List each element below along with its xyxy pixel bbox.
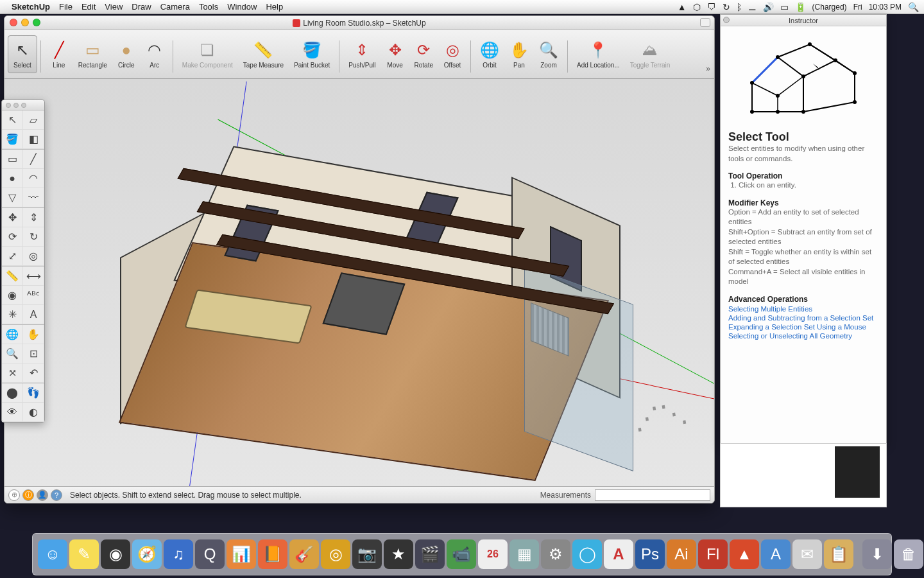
clock-time[interactable]: 10:03 PM — [869, 3, 902, 12]
dock-sketchup[interactable]: ▲ — [730, 539, 759, 569]
menu-window[interactable]: Window — [227, 2, 257, 12]
room-model[interactable]: ⋰⋱ — [81, 130, 608, 486]
dock-flash[interactable]: Fl — [698, 539, 728, 569]
dock-sysprefs[interactable]: ⚙ — [541, 539, 570, 569]
advanced-link[interactable]: Adding and Subtracting from a Selection … — [728, 314, 878, 322]
axes-icon[interactable]: ✳ — [2, 305, 23, 324]
dock-finder[interactable]: ☺ — [38, 539, 67, 569]
dimension-icon[interactable]: ⟷ — [23, 267, 44, 286]
circle-tool-button[interactable]: ●Circle — [112, 36, 141, 73]
circle-icon[interactable]: ● — [2, 169, 23, 188]
toolbar-overflow[interactable]: » — [706, 64, 710, 73]
dock-ical[interactable]: 26 — [478, 539, 508, 569]
eraser-icon[interactable]: ◧ — [23, 130, 44, 149]
menu-draw[interactable]: Draw — [132, 2, 151, 12]
orbit-icon[interactable]: 🌐 — [2, 325, 23, 344]
measurements-field[interactable] — [595, 489, 710, 501]
signin-icon[interactable]: 👤 — [37, 489, 48, 501]
push-pull-tool-button[interactable]: ⇕Push/Pull — [343, 36, 381, 73]
polygon-icon[interactable]: ▽ — [2, 188, 23, 207]
instructor-titlebar[interactable]: Instructor — [721, 15, 886, 26]
tape-measure-tool-button[interactable]: 📏Tape Measure — [238, 36, 289, 73]
followme-icon[interactable]: ↻ — [23, 227, 44, 247]
offset-icon[interactable]: ◎ — [23, 247, 44, 266]
palette-titlebar[interactable] — [2, 100, 44, 110]
menu-file[interactable]: File — [59, 2, 73, 12]
dock-itunes[interactable]: ♫ — [164, 539, 193, 569]
section-icon[interactable]: ◐ — [23, 403, 44, 422]
arc-tool-button[interactable]: ◠Arc — [141, 36, 169, 73]
component-icon[interactable]: ▱ — [23, 110, 44, 130]
menu-edit[interactable]: Edit — [81, 2, 96, 12]
dock-appstore[interactable]: A — [761, 539, 791, 569]
advanced-link[interactable]: Expanding a Selection Set Using a Mouse — [728, 323, 878, 331]
dock-acrobat[interactable]: A — [604, 539, 633, 569]
dock-quicktime[interactable]: Q — [195, 539, 225, 569]
dock-app3[interactable]: ▦ — [509, 539, 539, 569]
zoom-tool-button[interactable]: 🔍Zoom — [534, 36, 563, 73]
scale-icon[interactable]: ⤢ — [2, 247, 23, 266]
dock-app1[interactable]: ◎ — [321, 539, 350, 569]
dropbox-icon[interactable]: ⬡ — [693, 2, 701, 12]
zoomext-icon[interactable]: ⤧ — [2, 363, 23, 383]
wifi-icon[interactable]: ⚊ — [748, 2, 757, 12]
dock-stickies[interactable]: ✎ — [69, 539, 99, 569]
orbit-tool-button[interactable]: 🌐Orbit — [475, 36, 504, 73]
geo-icon[interactable]: ⊕ — [8, 489, 20, 501]
line-icon[interactable]: ╱ — [23, 150, 44, 169]
dock-dashboard[interactable]: ◉ — [101, 539, 130, 569]
advanced-link[interactable]: Selecting Multiple Entities — [728, 305, 878, 313]
dock-trash[interactable]: 🗑 — [894, 539, 923, 569]
position-icon[interactable]: ⬤ — [2, 383, 23, 403]
app-menu[interactable]: SketchUp — [12, 2, 50, 12]
window-close-button[interactable] — [10, 19, 17, 26]
move-tool-button[interactable]: ✥Move — [381, 36, 409, 73]
display-icon[interactable]: ▭ — [780, 2, 789, 12]
select-icon[interactable]: ↖ — [2, 110, 23, 130]
zoomwin-icon[interactable]: ⊡ — [23, 344, 44, 363]
dock-app4[interactable]: ◯ — [572, 539, 602, 569]
line-tool-button[interactable]: ╱Line — [45, 36, 73, 73]
window-titlebar[interactable]: Living Room Studio.skp – SketchUp — [4, 16, 714, 30]
paint-icon[interactable]: 🪣 — [2, 130, 23, 149]
rectangle-icon[interactable]: ▭ — [2, 150, 23, 169]
help-icon[interactable]: ? — [51, 489, 62, 501]
advanced-link[interactable]: Selecting or Unselecting All Geometry — [728, 332, 878, 340]
move-icon[interactable]: ✥ — [2, 208, 23, 227]
dock-downloads[interactable]: ⬇ — [862, 539, 892, 569]
dock-illustrator[interactable]: Ai — [667, 539, 696, 569]
select-tool-button[interactable]: ↖Select — [8, 35, 37, 73]
dock-iphoto[interactable]: 📷 — [352, 539, 382, 569]
dock-iwork[interactable]: 📊 — [227, 539, 256, 569]
instructor-close-button[interactable] — [723, 17, 730, 23]
pushpull-icon[interactable]: ⇕ — [23, 208, 44, 227]
toggle-terrain-tool-button[interactable]: ⛰Toggle Terrain — [625, 36, 676, 73]
battery-icon[interactable]: 🔋 — [795, 2, 806, 12]
window-minimize-button[interactable] — [21, 19, 29, 26]
credits-icon[interactable]: ⓘ — [22, 489, 34, 501]
window-zoom-button[interactable] — [33, 19, 40, 26]
3d-viewport[interactable]: ⋰⋱ — [4, 79, 714, 486]
dock-imovie[interactable]: ★ — [384, 539, 413, 569]
add-location-tool-button[interactable]: 📍Add Location... — [572, 36, 625, 73]
spotlight-icon[interactable]: 🔍 — [908, 2, 919, 12]
rotate-icon[interactable]: ⟳ — [2, 227, 23, 247]
tape-icon[interactable]: 📏 — [2, 267, 23, 286]
menu-tools[interactable]: Tools — [199, 2, 218, 12]
dock-mail[interactable]: ✉ — [792, 539, 822, 569]
offset-tool-button[interactable]: ◎Offset — [438, 36, 466, 73]
make-component-tool-button[interactable]: ❏Make Component — [177, 36, 238, 73]
text-icon[interactable]: ᴬᴮᶜ — [23, 286, 44, 305]
menu-help[interactable]: Help — [266, 2, 283, 12]
rectangle-tool-button[interactable]: ▭Rectangle — [73, 36, 112, 73]
walk-icon[interactable]: 👣 — [23, 383, 44, 403]
dock-safari[interactable]: 🧭 — [132, 539, 162, 569]
zoom-icon[interactable]: 🔍 — [2, 344, 23, 363]
dock-facetime[interactable]: 📹 — [447, 539, 476, 569]
dock-garageband[interactable]: 🎸 — [289, 539, 319, 569]
window-collapse-button[interactable] — [700, 18, 710, 27]
dock-ibooks[interactable]: 📙 — [258, 539, 287, 569]
sync-icon[interactable]: ↻ — [723, 2, 730, 12]
shield-icon[interactable]: ⛉ — [707, 2, 716, 12]
arc-icon[interactable]: ◠ — [23, 169, 44, 188]
